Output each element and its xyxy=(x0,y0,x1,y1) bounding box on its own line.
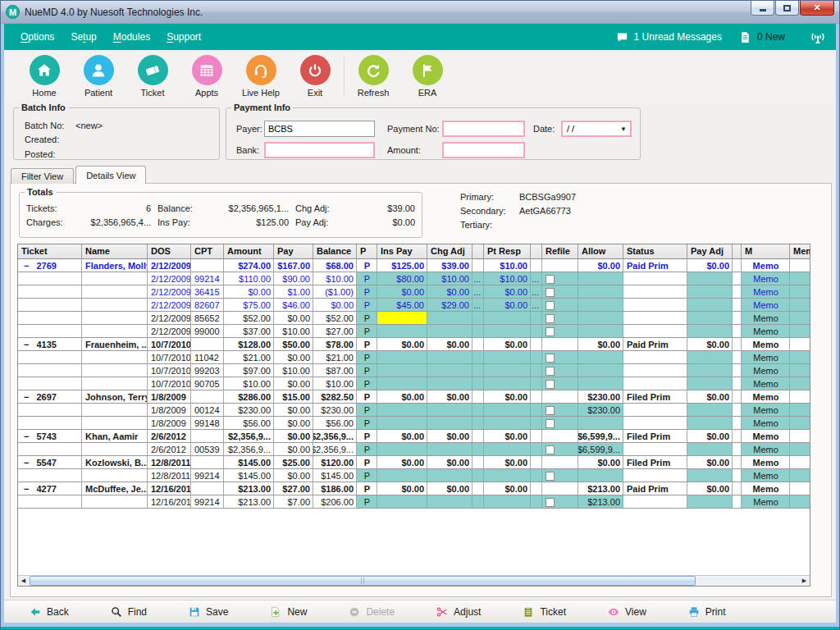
grid-cell-pt_resp[interactable]: $0.00 xyxy=(484,482,531,495)
grid-cell-d3[interactable] xyxy=(733,312,742,324)
collapse-icon[interactable]: − xyxy=(24,261,29,271)
refile-checkbox[interactable] xyxy=(546,275,555,284)
grid-cell-refile[interactable] xyxy=(542,364,578,377)
grid-cell-p[interactable]: P xyxy=(357,259,377,272)
grid-cell-pt_resp[interactable]: $0.00 xyxy=(484,338,531,350)
menu-item-support[interactable]: Support xyxy=(158,24,209,50)
grid-cell-d3[interactable] xyxy=(733,259,742,272)
grid-cell-pt_resp[interactable] xyxy=(484,351,531,363)
grid-cell-cpt[interactable]: 82607 xyxy=(191,299,224,311)
refile-checkbox[interactable] xyxy=(546,288,555,297)
ellipsis-button[interactable] xyxy=(472,417,484,429)
grid-cell-allow[interactable]: $0.00 xyxy=(578,456,623,468)
grid-cell-amount[interactable]: $128.00 xyxy=(224,338,274,350)
grid-cell-amount[interactable]: $213.00 xyxy=(224,482,274,495)
refile-checkbox[interactable] xyxy=(546,354,555,363)
grid-cell-chg_adj[interactable]: $0.00 xyxy=(427,338,472,350)
grid-cell-name[interactable] xyxy=(82,312,148,324)
grid-cell-d3[interactable] xyxy=(733,495,742,508)
memo-link[interactable]: Memo xyxy=(742,285,790,298)
grid-cell-ins_pay[interactable]: $45.00 xyxy=(377,299,427,311)
refile-checkbox[interactable] xyxy=(546,380,555,389)
memo-link[interactable]: Memo xyxy=(742,443,790,455)
grid-cell-pt_resp[interactable] xyxy=(484,404,531,416)
grid-cell-chg_adj[interactable] xyxy=(427,377,472,390)
ellipsis-button[interactable] xyxy=(531,482,542,495)
grid-cell-cpt[interactable] xyxy=(191,259,224,272)
column-header-balance[interactable]: Balance xyxy=(313,244,357,258)
tab-filter-view[interactable]: Filter View xyxy=(11,168,74,184)
minimize-button[interactable] xyxy=(751,1,774,16)
grid-cell-ticket[interactable] xyxy=(18,351,82,363)
grid-cell-chg_adj[interactable]: $10.00 xyxy=(427,272,472,285)
grid-cell-dos[interactable]: 2/6/2012 xyxy=(148,443,191,455)
grid-cell-cpt[interactable]: 90705 xyxy=(191,377,224,390)
grid-cell-dos[interactable]: 12/16/2010 xyxy=(148,482,191,495)
grid-cell-refile[interactable] xyxy=(542,456,578,468)
grid-cell-pay[interactable]: $27.00 xyxy=(274,482,313,495)
grid-cell-pt_resp[interactable] xyxy=(484,443,531,455)
grid-cell-p[interactable]: P xyxy=(357,351,377,363)
grid-cell-allow[interactable]: $230.00 xyxy=(578,390,623,403)
column-header-amount[interactable]: Amount xyxy=(224,244,274,258)
grid-cell-refile[interactable] xyxy=(542,338,578,350)
grid-cell-dos[interactable]: 10/7/2010 xyxy=(148,351,191,363)
grid-cell-d3[interactable] xyxy=(733,430,742,442)
grid-cell-balance[interactable]: $0.00 xyxy=(313,299,357,311)
grid-cell-d3[interactable] xyxy=(733,469,742,482)
grid-cell-d3[interactable] xyxy=(733,456,742,468)
memo-link[interactable]: Memo xyxy=(742,495,790,508)
ellipsis-button[interactable]: ... xyxy=(531,299,542,311)
grid-cell-p[interactable]: P xyxy=(357,430,377,442)
grid-cell-pay_adj[interactable] xyxy=(687,351,733,363)
grid-cell-cpt[interactable]: 99148 xyxy=(191,417,224,429)
grid-cell-refile[interactable] xyxy=(542,495,578,508)
grid-cell-p[interactable]: P xyxy=(357,285,377,298)
grid-cell-p[interactable]: P xyxy=(357,417,377,429)
refile-checkbox[interactable] xyxy=(546,498,555,507)
grid-cell-allow[interactable] xyxy=(578,325,623,337)
grid-cell-cpt[interactable]: 11042 xyxy=(191,351,224,363)
grid-cell-pay_adj[interactable] xyxy=(687,443,733,455)
grid-cell-pay_adj[interactable] xyxy=(687,495,733,508)
scrollbar-thumb[interactable] xyxy=(30,576,696,586)
column-header-d2[interactable] xyxy=(531,244,542,258)
grid-cell-dos[interactable]: 2/12/2009 xyxy=(148,299,191,311)
grid-cell-pay_adj[interactable]: $0.00 xyxy=(687,456,733,468)
grid-cell-ticket[interactable]: −5547 xyxy=(18,456,82,468)
grid-cell-pt_resp[interactable] xyxy=(484,325,531,337)
ellipsis-button[interactable]: ... xyxy=(531,272,542,285)
memo-link[interactable]: Memo xyxy=(742,404,790,416)
ellipsis-button[interactable] xyxy=(531,456,542,468)
memo-link[interactable]: Memo xyxy=(742,259,790,272)
grid-cell-pay[interactable]: $50.00 xyxy=(274,338,313,350)
ellipsis-button[interactable] xyxy=(472,482,484,495)
grid-cell-ticket[interactable]: −4277 xyxy=(18,482,82,495)
grid-cell-amount[interactable]: $213.00 xyxy=(224,495,274,508)
grid-cell-allow[interactable]: $0.00 xyxy=(578,338,623,350)
refile-checkbox[interactable] xyxy=(546,314,555,323)
grid-cell-name[interactable] xyxy=(82,364,148,377)
grid-cell-ticket[interactable] xyxy=(18,312,82,324)
grid-cell-allow[interactable] xyxy=(578,417,623,429)
memo-link[interactable]: Memo xyxy=(742,299,790,311)
grid-cell-ins_pay[interactable] xyxy=(377,404,427,416)
grid-cell-ins_pay[interactable] xyxy=(377,417,427,429)
grid-cell-allow[interactable] xyxy=(578,351,623,363)
ellipsis-button[interactable] xyxy=(472,430,484,442)
grid-cell-p[interactable]: P xyxy=(357,377,377,390)
grid-cell-amount[interactable]: $75.00 xyxy=(224,299,274,311)
ellipsis-button[interactable] xyxy=(531,495,542,508)
column-header-dos[interactable]: DOS xyxy=(148,244,191,258)
grid-cell-refile[interactable] xyxy=(542,299,578,311)
era-button[interactable]: ERA xyxy=(400,55,454,98)
grid-cell-balance[interactable]: $2,356,9... xyxy=(313,430,357,442)
grid-cell-refile[interactable] xyxy=(542,404,578,416)
grid-cell-balance[interactable]: $2,356,9... xyxy=(313,443,357,455)
grid-cell-ins_pay[interactable] xyxy=(377,364,427,377)
grid-cell-name[interactable] xyxy=(82,417,148,429)
memo-link[interactable]: Memo xyxy=(742,469,790,482)
grid-cell-amount[interactable]: $145.00 xyxy=(224,456,274,468)
column-header-ins_pay[interactable]: Ins Pay xyxy=(377,244,427,258)
grid-cell-pay[interactable]: $15.00 xyxy=(274,390,313,403)
